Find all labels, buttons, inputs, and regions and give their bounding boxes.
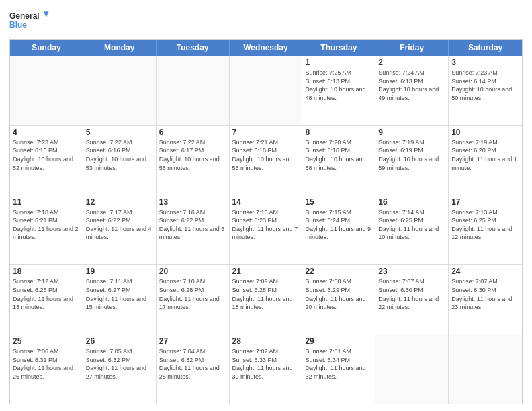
calendar-cell: 25Sunrise: 7:06 AM Sunset: 6:31 PM Dayli… — [10, 334, 83, 404]
calendar-cell: 6Sunrise: 7:22 AM Sunset: 6:17 PM Daylig… — [157, 126, 230, 195]
calendar-cell: 27Sunrise: 7:04 AM Sunset: 6:32 PM Dayli… — [157, 334, 230, 404]
day-info: Sunrise: 7:16 AM Sunset: 6:22 PM Dayligh… — [159, 208, 226, 242]
day-number: 24 — [451, 267, 519, 276]
calendar-cell-empty — [449, 334, 522, 404]
calendar-header-day: Saturday — [449, 40, 522, 56]
day-info: Sunrise: 7:14 AM Sunset: 6:25 PM Dayligh… — [378, 208, 445, 242]
day-number: 13 — [159, 197, 226, 207]
day-info: Sunrise: 7:22 AM Sunset: 6:16 PM Dayligh… — [86, 138, 153, 172]
calendar-cell: 19Sunrise: 7:11 AM Sunset: 6:27 PM Dayli… — [83, 265, 157, 334]
calendar-cell-empty — [10, 56, 83, 125]
day-number: 27 — [159, 336, 226, 346]
day-number: 7 — [232, 128, 300, 137]
day-number: 5 — [86, 128, 153, 137]
calendar-cell: 7Sunrise: 7:21 AM Sunset: 6:18 PM Daylig… — [230, 126, 303, 195]
calendar-week-row: 25Sunrise: 7:06 AM Sunset: 6:31 PM Dayli… — [10, 334, 522, 404]
day-info: Sunrise: 7:02 AM Sunset: 6:33 PM Dayligh… — [232, 347, 300, 381]
calendar-week-row: 4Sunrise: 7:23 AM Sunset: 6:15 PM Daylig… — [10, 125, 522, 195]
calendar-cell: 17Sunrise: 7:13 AM Sunset: 6:25 PM Dayli… — [449, 195, 522, 265]
day-info: Sunrise: 7:04 AM Sunset: 6:32 PM Dayligh… — [159, 347, 226, 381]
calendar-week-row: 18Sunrise: 7:12 AM Sunset: 6:26 PM Dayli… — [10, 264, 522, 334]
logo-svg: General Blue — [9, 7, 50, 34]
calendar-cell: 12Sunrise: 7:17 AM Sunset: 6:22 PM Dayli… — [83, 195, 157, 265]
day-number: 6 — [159, 128, 226, 137]
calendar-cell: 10Sunrise: 7:19 AM Sunset: 6:20 PM Dayli… — [449, 126, 522, 195]
day-number: 16 — [378, 197, 445, 207]
calendar-header-day: Tuesday — [157, 40, 230, 56]
day-number: 29 — [305, 336, 372, 346]
calendar-body: 1Sunrise: 7:25 AM Sunset: 6:13 PM Daylig… — [10, 56, 522, 404]
day-number: 22 — [305, 267, 372, 276]
calendar-cell-empty — [157, 56, 230, 125]
header: General Blue — [9, 7, 523, 34]
day-number: 3 — [451, 58, 519, 67]
calendar-header-day: Thursday — [302, 40, 375, 56]
calendar-cell-empty — [83, 56, 157, 125]
day-info: Sunrise: 7:01 AM Sunset: 6:34 PM Dayligh… — [305, 347, 372, 381]
day-info: Sunrise: 7:20 AM Sunset: 6:18 PM Dayligh… — [305, 138, 372, 172]
day-number: 9 — [378, 128, 445, 137]
day-info: Sunrise: 7:15 AM Sunset: 6:24 PM Dayligh… — [305, 208, 372, 242]
calendar-cell: 20Sunrise: 7:10 AM Sunset: 6:28 PM Dayli… — [157, 265, 230, 334]
calendar-header-day: Friday — [375, 40, 449, 56]
calendar-cell: 14Sunrise: 7:16 AM Sunset: 6:23 PM Dayli… — [230, 195, 303, 265]
day-number: 2 — [378, 58, 445, 67]
day-info: Sunrise: 7:07 AM Sunset: 6:30 PM Dayligh… — [378, 277, 445, 311]
calendar-cell: 2Sunrise: 7:24 AM Sunset: 6:13 PM Daylig… — [375, 56, 449, 125]
day-number: 25 — [13, 336, 80, 346]
day-number: 26 — [86, 336, 153, 346]
day-number: 11 — [13, 197, 80, 207]
logo: General Blue — [9, 7, 50, 34]
calendar-cell: 9Sunrise: 7:19 AM Sunset: 6:19 PM Daylig… — [375, 126, 449, 195]
calendar-cell: 1Sunrise: 7:25 AM Sunset: 6:13 PM Daylig… — [302, 56, 375, 125]
calendar-cell: 21Sunrise: 7:09 AM Sunset: 6:28 PM Dayli… — [230, 265, 303, 334]
calendar: SundayMondayTuesdayWednesdayThursdayFrid… — [9, 39, 523, 404]
day-info: Sunrise: 7:08 AM Sunset: 6:29 PM Dayligh… — [305, 277, 372, 311]
calendar-cell: 26Sunrise: 7:05 AM Sunset: 6:32 PM Dayli… — [83, 334, 157, 404]
calendar-cell: 24Sunrise: 7:07 AM Sunset: 6:30 PM Dayli… — [449, 265, 522, 334]
calendar-header-day: Wednesday — [230, 40, 303, 56]
calendar-cell: 16Sunrise: 7:14 AM Sunset: 6:25 PM Dayli… — [375, 195, 449, 265]
day-number: 10 — [451, 128, 519, 137]
day-number: 4 — [13, 128, 80, 137]
day-info: Sunrise: 7:06 AM Sunset: 6:31 PM Dayligh… — [13, 347, 80, 381]
calendar-cell: 11Sunrise: 7:18 AM Sunset: 6:21 PM Dayli… — [10, 195, 83, 265]
day-number: 21 — [232, 267, 300, 276]
calendar-cell: 28Sunrise: 7:02 AM Sunset: 6:33 PM Dayli… — [230, 334, 303, 404]
day-info: Sunrise: 7:21 AM Sunset: 6:18 PM Dayligh… — [232, 138, 300, 172]
calendar-week-row: 11Sunrise: 7:18 AM Sunset: 6:21 PM Dayli… — [10, 195, 522, 265]
calendar-cell: 18Sunrise: 7:12 AM Sunset: 6:26 PM Dayli… — [10, 265, 83, 334]
day-info: Sunrise: 7:16 AM Sunset: 6:23 PM Dayligh… — [232, 208, 300, 242]
calendar-cell: 8Sunrise: 7:20 AM Sunset: 6:18 PM Daylig… — [302, 126, 375, 195]
day-info: Sunrise: 7:12 AM Sunset: 6:26 PM Dayligh… — [13, 277, 80, 311]
calendar-cell: 23Sunrise: 7:07 AM Sunset: 6:30 PM Dayli… — [375, 265, 449, 334]
calendar-cell-empty — [230, 56, 303, 125]
day-info: Sunrise: 7:24 AM Sunset: 6:13 PM Dayligh… — [378, 68, 445, 102]
day-number: 12 — [86, 197, 153, 207]
day-number: 28 — [232, 336, 300, 346]
day-info: Sunrise: 7:23 AM Sunset: 6:14 PM Dayligh… — [451, 68, 519, 102]
day-number: 1 — [305, 58, 372, 67]
calendar-cell: 22Sunrise: 7:08 AM Sunset: 6:29 PM Dayli… — [302, 265, 375, 334]
page: General Blue SundayMondayTuesdayWednesda… — [0, 0, 532, 411]
calendar-cell: 13Sunrise: 7:16 AM Sunset: 6:22 PM Dayli… — [157, 195, 230, 265]
day-info: Sunrise: 7:09 AM Sunset: 6:28 PM Dayligh… — [232, 277, 300, 311]
day-number: 15 — [305, 197, 372, 207]
svg-text:Blue: Blue — [9, 20, 27, 30]
day-number: 20 — [159, 267, 226, 276]
calendar-cell: 15Sunrise: 7:15 AM Sunset: 6:24 PM Dayli… — [302, 195, 375, 265]
day-info: Sunrise: 7:13 AM Sunset: 6:25 PM Dayligh… — [451, 208, 519, 242]
day-info: Sunrise: 7:11 AM Sunset: 6:27 PM Dayligh… — [86, 277, 153, 311]
calendar-cell: 29Sunrise: 7:01 AM Sunset: 6:34 PM Dayli… — [302, 334, 375, 404]
day-info: Sunrise: 7:19 AM Sunset: 6:20 PM Dayligh… — [451, 138, 519, 172]
calendar-cell: 3Sunrise: 7:23 AM Sunset: 6:14 PM Daylig… — [449, 56, 522, 125]
day-info: Sunrise: 7:22 AM Sunset: 6:17 PM Dayligh… — [159, 138, 226, 172]
svg-marker-2 — [44, 11, 49, 17]
day-number: 18 — [13, 267, 80, 276]
calendar-cell: 4Sunrise: 7:23 AM Sunset: 6:15 PM Daylig… — [10, 126, 83, 195]
day-info: Sunrise: 7:05 AM Sunset: 6:32 PM Dayligh… — [86, 347, 153, 381]
calendar-header-day: Monday — [83, 40, 157, 56]
svg-text:General: General — [9, 11, 40, 21]
day-number: 17 — [451, 197, 519, 207]
calendar-header-day: Sunday — [10, 40, 83, 56]
